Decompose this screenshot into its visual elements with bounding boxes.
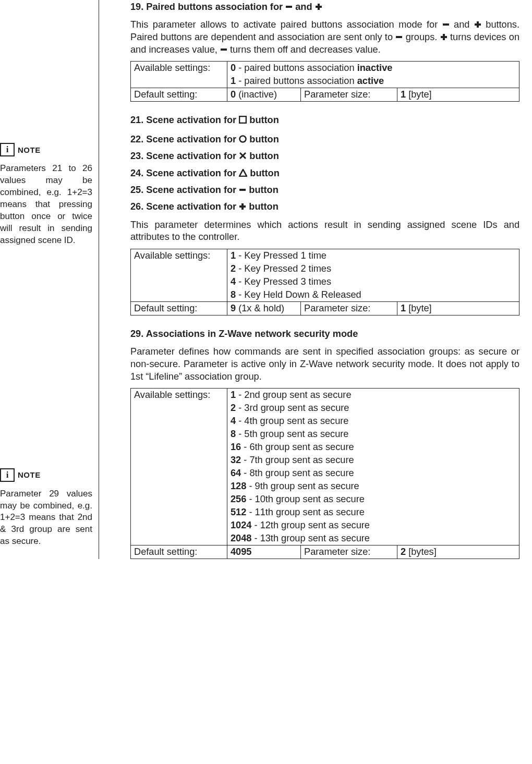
opt-text: - Key Pressed 2 times xyxy=(236,263,331,274)
plus-icon xyxy=(440,33,448,41)
param19-table: Available settings: 0 - paired buttons a… xyxy=(130,61,519,102)
opt-text: - 3rd group sent as secure xyxy=(236,403,349,413)
note-block-2: i NOTE Parameter 29 values may be combin… xyxy=(0,468,92,548)
svg-marker-14 xyxy=(239,169,247,176)
opt-mid: - paired buttons association xyxy=(236,63,357,73)
p23-a: 23. Scene activation for xyxy=(130,151,239,161)
svg-rect-8 xyxy=(441,36,447,38)
note-label: NOTE xyxy=(18,470,41,479)
opt-value: 1024 xyxy=(231,520,251,530)
note-label: NOTE xyxy=(18,145,41,154)
opt-value: 4 xyxy=(231,276,236,287)
default-note: (inactive) xyxy=(236,89,277,100)
svg-rect-15 xyxy=(239,189,246,191)
info-icon: i xyxy=(0,143,15,156)
minus-icon xyxy=(239,186,246,193)
svg-point-11 xyxy=(240,136,246,142)
parameter-29: 29. Associations in Z-Wave network secur… xyxy=(130,327,519,559)
parameter-size-unit: [byte] xyxy=(406,89,432,100)
opt-value: 1 xyxy=(231,250,236,261)
parameter-size-value: 2 xyxy=(401,547,406,557)
parameter-size-label: Parameter size: xyxy=(301,88,397,102)
minus-icon xyxy=(285,3,293,10)
opt-value: 1 xyxy=(231,390,236,400)
opt-value: 2048 xyxy=(231,533,251,543)
opt-text: - 10th group sent as secure xyxy=(246,494,364,504)
p24-a: 24. Scene activation for xyxy=(130,168,239,178)
opt-value: 64 xyxy=(231,468,241,478)
parameter-size-unit: [bytes] xyxy=(406,547,437,557)
opt-text: - 2nd group sent as secure xyxy=(236,390,351,400)
available-settings-label: Available settings: xyxy=(131,389,227,402)
default-setting-label: Default setting: xyxy=(131,302,227,316)
opt-text: - 12th group sent as secure xyxy=(251,520,369,530)
parameter-size-value: 1 xyxy=(401,303,406,313)
opt-value: 0 xyxy=(231,63,236,73)
svg-rect-6 xyxy=(396,36,402,38)
note-body: Parameters 21 to 26 values may be combin… xyxy=(0,163,92,247)
svg-rect-5 xyxy=(475,23,481,26)
note-block-1: i NOTE Parameters 21 to 26 values may be… xyxy=(0,143,92,247)
scene-table: Available settings: 1 - Key Pressed 1 ti… xyxy=(130,249,519,316)
minus-icon xyxy=(442,21,450,28)
minus-icon xyxy=(220,46,227,53)
parameter-size-value: 1 xyxy=(401,89,406,100)
opt-value: 2 xyxy=(231,403,236,413)
p26-a: 26. Scene activation for xyxy=(130,201,239,212)
p25-b: button xyxy=(246,185,279,195)
opt-text: - 13th group sent as secure xyxy=(251,533,369,543)
opt-value: 8 xyxy=(231,429,236,439)
svg-rect-0 xyxy=(286,6,292,8)
opt-text: - Key Pressed 1 time xyxy=(236,250,327,261)
default-setting-label: Default setting: xyxy=(131,545,227,559)
p26-b: button xyxy=(246,201,279,212)
triangle-icon xyxy=(239,169,247,177)
plus-icon xyxy=(474,21,481,28)
p22-a: 22. Scene activation for xyxy=(130,134,239,144)
p19-desc-a: This parameter allows to activate paired… xyxy=(130,19,442,30)
parameter-size-label: Parameter size: xyxy=(301,545,397,559)
svg-rect-2 xyxy=(316,6,322,8)
param29-table: Available settings: 1 - 2nd group sent a… xyxy=(130,388,519,559)
svg-rect-9 xyxy=(221,48,227,51)
p24-b: button xyxy=(247,168,280,178)
opt-text: - Key Held Down & Released xyxy=(236,289,361,300)
default-value: 0 xyxy=(231,89,236,100)
minus-icon xyxy=(395,33,403,41)
svg-rect-10 xyxy=(239,116,246,123)
p23-b: button xyxy=(247,151,279,161)
p22-b: button xyxy=(247,134,279,144)
sidebar: i NOTE Parameters 21 to 26 values may be… xyxy=(0,0,99,559)
svg-rect-17 xyxy=(239,205,246,208)
plus-icon xyxy=(315,3,322,10)
opt-text: - 6th group sent as secure xyxy=(241,442,354,452)
opt-mid: - paired buttons association xyxy=(236,76,357,86)
main-content: 19. Paired buttons association for and T… xyxy=(99,0,519,559)
opt-state: active xyxy=(357,76,384,86)
plus-icon xyxy=(239,203,246,210)
note-body: Parameter 29 values may be combined, e.g… xyxy=(0,488,92,548)
p21-a: 21. Scene activation for xyxy=(130,115,239,125)
available-settings-label: Available settings: xyxy=(131,249,227,263)
opt-text: - Key Pressed 3 times xyxy=(236,276,331,287)
opt-state: inactive xyxy=(357,63,393,73)
cross-icon xyxy=(239,152,247,160)
opt-value: 128 xyxy=(231,481,246,491)
default-setting-label: Default setting: xyxy=(131,88,227,102)
default-value: 4095 xyxy=(231,547,251,557)
p19-desc-f: turns them off and decreases value. xyxy=(230,44,381,55)
scene-desc: This parameter determines which actions … xyxy=(130,219,519,244)
opt-value: 2 xyxy=(231,263,236,274)
p25-a: 25. Scene activation for xyxy=(130,185,239,195)
svg-rect-3 xyxy=(443,23,449,26)
p19-desc-b: and xyxy=(454,19,474,30)
opt-text: - 8th group sent as secure xyxy=(241,468,354,478)
opt-value: 32 xyxy=(231,455,241,465)
parameter-size-unit: [byte] xyxy=(406,303,432,313)
opt-value: 1 xyxy=(231,76,236,86)
opt-value: 4 xyxy=(231,416,236,426)
circle-icon xyxy=(239,135,247,143)
opt-text: - 9th group sent as secure xyxy=(246,481,359,491)
opt-value: 16 xyxy=(231,442,241,452)
info-icon: i xyxy=(0,468,15,482)
